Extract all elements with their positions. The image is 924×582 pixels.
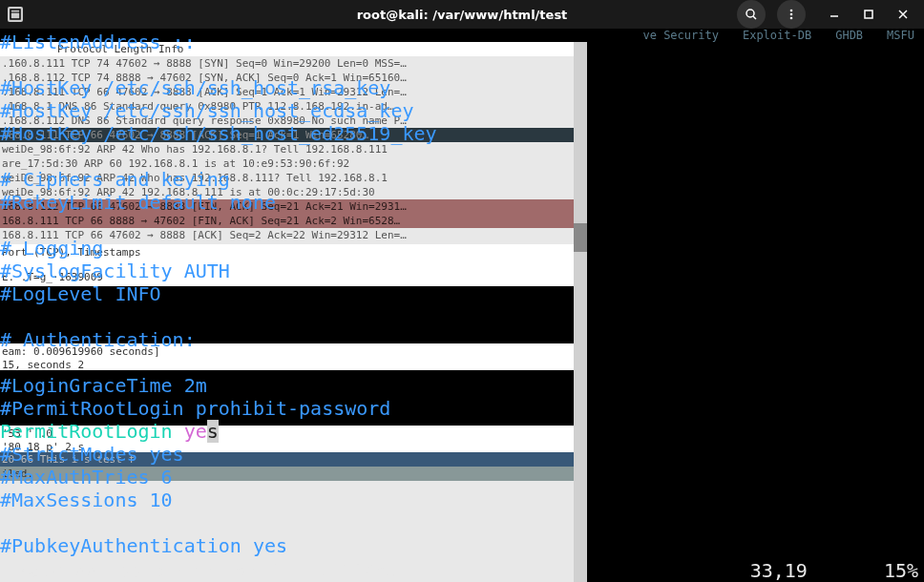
- svg-line-3: [753, 16, 756, 19]
- minimize-button[interactable]: [817, 1, 851, 28]
- vim-line: #PubkeyAuthentication yes: [0, 534, 924, 557]
- search-button[interactable]: [737, 0, 766, 29]
- svg-rect-0: [10, 10, 20, 19]
- kebab-menu-icon: [785, 8, 798, 21]
- titlebar: root@kali: /var/www/html/test: [0, 0, 924, 29]
- maximize-icon: [864, 10, 873, 19]
- vim-line: #HostKey /etc/ssh/ssh_host_rsa_key: [0, 76, 924, 99]
- vim-cursor-position: 33,19: [750, 559, 808, 582]
- vim-line: #RekeyLimit default none: [0, 191, 924, 214]
- vim-line: # Authentication:: [0, 328, 924, 351]
- svg-rect-8: [865, 10, 872, 18]
- vim-line: # Logging: [0, 237, 924, 260]
- vim-line: [0, 305, 924, 328]
- window-title: root@kali: /var/www/html/test: [357, 8, 568, 22]
- vim-line: #SyslogFacility AUTH: [0, 260, 924, 282]
- vim-line: #MaxAuthTries 6: [0, 466, 924, 488]
- vim-statusline: "/etc/ssh/sshd_config" 122L, 3270C 33,19…: [0, 559, 924, 582]
- vim-line: [0, 53, 924, 76]
- vim-line: #MaxSessions 10: [0, 488, 924, 511]
- svg-point-2: [746, 10, 754, 17]
- app-icon: [8, 7, 23, 22]
- svg-point-5: [790, 13, 793, 16]
- vim-line: [0, 351, 924, 374]
- vim-line: [0, 214, 924, 237]
- vim-line: PermitRootLogin yes: [0, 420, 924, 443]
- maximize-button[interactable]: [851, 1, 886, 28]
- close-button[interactable]: [886, 1, 920, 28]
- svg-point-6: [790, 17, 793, 20]
- vim-line: #LogLevel INFO: [0, 282, 924, 305]
- vim-cursor: s: [207, 420, 219, 443]
- vim-file-info: "/etc/ssh/sshd_config" 122L, 3270C: [6, 559, 396, 582]
- vim-line: [0, 511, 924, 534]
- vim-line: #HostKey /etc/ssh/ssh_host_ed25519_key: [0, 122, 924, 145]
- window-controls: [737, 0, 920, 29]
- minimize-icon: [830, 10, 839, 19]
- vim-line: # Ciphers and keying: [0, 168, 924, 191]
- menu-button[interactable]: [777, 0, 806, 29]
- search-icon: [745, 8, 758, 21]
- close-icon: [898, 10, 908, 19]
- svg-point-4: [790, 10, 793, 12]
- vim-line: #PermitRootLogin prohibit-password: [0, 397, 924, 420]
- vim-percent: 15%: [884, 559, 918, 582]
- vim-line: #StrictModes yes: [0, 443, 924, 466]
- vim-line: #ListenAddress ::: [0, 31, 924, 53]
- vim-line: #LoginGraceTime 2m: [0, 374, 924, 397]
- vim-editor[interactable]: #ListenAddress :: #HostKey /etc/ssh/ssh_…: [0, 31, 924, 582]
- vim-line: #HostKey /etc/ssh/ssh_host_ecdsa_key: [0, 99, 924, 122]
- vim-line: [0, 145, 924, 168]
